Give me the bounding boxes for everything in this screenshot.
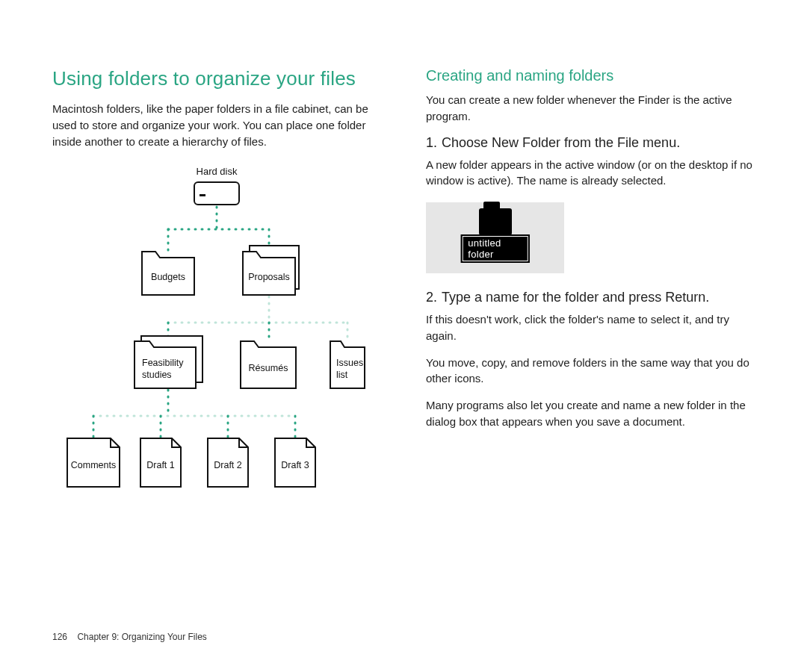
folder-issues: Issues list	[330, 341, 365, 388]
para-move: You move, copy, and remove folders in th…	[426, 355, 762, 388]
tree-l3-2: Draft 2	[214, 460, 242, 470]
tree-l2-0b: studies	[142, 370, 172, 380]
folder-proposals: Proposals	[243, 246, 299, 295]
tree-l3-0: Comments	[71, 460, 116, 470]
doc-draft2: Draft 2	[208, 438, 248, 487]
tree-l1-1: Proposals	[248, 272, 290, 282]
right-column: Creating and naming folders You can crea…	[426, 67, 762, 542]
tree-l1-0: Budgets	[151, 272, 185, 282]
page-footer: 126 Chapter 9: Organizing Your Files	[52, 632, 207, 642]
hard-disk-icon: Hard disk	[194, 166, 239, 205]
right-intro: You can create a new folder whenever the…	[426, 92, 762, 125]
right-heading: Creating and naming folders	[426, 67, 762, 84]
tree-l3-1: Draft 1	[146, 460, 175, 470]
tree-root-label: Hard disk	[197, 166, 238, 177]
tree-l3-3: Draft 3	[281, 460, 309, 470]
folder-feasibility: Feasibility studies	[134, 336, 202, 388]
step-1-body: A new folder appears in the active windo…	[426, 157, 762, 190]
tree-l2-0a: Feasibility	[142, 358, 184, 368]
para-dialog: Many programs also let you create and na…	[426, 397, 762, 430]
folder-icon	[479, 208, 512, 235]
step-2-title: 2.Type a name for the folder and press R…	[426, 290, 762, 305]
step-1-title: 1.Choose New Folder from the File menu.	[426, 135, 762, 151]
folder-resumes: Résumés	[241, 341, 296, 388]
tree-l2-2a: Issues	[336, 358, 363, 368]
left-intro: Macintosh folders, like the paper folder…	[52, 101, 389, 149]
untitled-folder-figure: untitled folder	[426, 202, 564, 273]
folder-budgets: Budgets	[142, 252, 194, 295]
doc-draft3: Draft 3	[275, 438, 315, 487]
page-number: 126	[52, 632, 67, 642]
svg-rect-15	[194, 182, 239, 205]
left-column: Using folders to organize your files Mac…	[52, 67, 389, 542]
left-heading: Using folders to organize your files	[52, 67, 389, 90]
step-2-body: If this doesn't work, click the folder's…	[426, 311, 762, 344]
folder-tree-diagram: Hard disk Budgets Proposals	[52, 166, 389, 542]
chapter-label: Chapter 9: Organizing Your Files	[77, 632, 206, 642]
untitled-folder-label: untitled folder	[460, 234, 530, 263]
svg-rect-16	[200, 194, 205, 196]
doc-comments: Comments	[67, 438, 120, 487]
tree-l2-2b: list	[336, 370, 348, 380]
tree-l2-1: Résumés	[249, 363, 288, 373]
doc-draft1: Draft 1	[140, 438, 181, 487]
